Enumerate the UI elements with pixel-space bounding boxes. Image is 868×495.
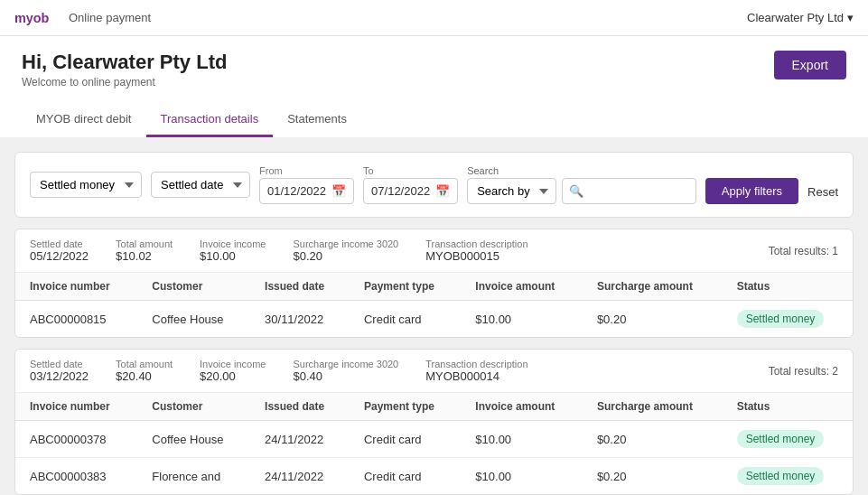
col-invoice-amount-2: Invoice amount: [461, 393, 583, 421]
invoice-income-value: $10.00: [200, 249, 266, 263]
col-invoice-number-2: Invoice number: [15, 393, 137, 421]
surcharge-amount: $0.20: [583, 458, 723, 495]
total-amount-label-2: Total amount: [116, 359, 173, 369]
search-group: Search Search by 🔍: [467, 165, 696, 204]
col-payment-type-2: Payment type: [350, 393, 461, 421]
apply-filters-button[interactable]: Apply filters: [705, 178, 798, 204]
company-selector[interactable]: Clearwater Pty Ltd ▾: [747, 11, 854, 24]
invoice-amount: $10.00: [461, 458, 583, 495]
to-date-label: To: [363, 165, 458, 176]
app-title: Online payment: [69, 11, 151, 24]
surcharge-amount: $0.20: [583, 421, 723, 458]
reset-link[interactable]: Reset: [807, 185, 838, 204]
company-name: Clearwater Pty Ltd: [747, 11, 844, 24]
surcharge-income-label: Surcharge income 3020: [293, 238, 398, 249]
surcharge-income-label-2: Surcharge income 3020: [293, 359, 398, 369]
invoice-income-label-2: Invoice income: [200, 359, 266, 369]
table-header-row: Invoice number Customer Issued date Paym…: [15, 273, 853, 301]
group-1-transaction-desc: Transaction description MYOB000015: [425, 238, 527, 263]
transaction-desc-value: MYOB000015: [425, 249, 527, 263]
table-row: ABC00000815 Coffee House 30/11/2022 Cred…: [15, 301, 853, 338]
col-surcharge-amount: Surcharge amount: [583, 273, 723, 301]
transaction-group-1: Settled date 05/12/2022 Total amount $10…: [14, 229, 854, 338]
settled-date-label: Settled date: [30, 238, 89, 249]
invoice-amount: $10.00: [461, 301, 583, 338]
surcharge-income-value-2: $0.40: [293, 369, 398, 383]
issued-date: 24/11/2022: [250, 458, 350, 495]
header-top: Hi, Clearwater Pty Ltd Welcome to online…: [22, 51, 846, 89]
payment-type: Credit card: [350, 301, 461, 338]
table-row: ABC00000383 Florence and 24/11/2022 Cred…: [15, 458, 853, 495]
col-customer: Customer: [137, 273, 250, 301]
filter-date-type-select[interactable]: Settled date: [151, 172, 250, 198]
group-1-total-results: Total results: 1: [769, 245, 838, 257]
to-date-group: To 07/12/2022 📅: [363, 165, 458, 204]
group-1-total-amount: Total amount $10.02: [116, 238, 173, 263]
tab-statements[interactable]: Statements: [273, 103, 361, 137]
invoice-income-label: Invoice income: [200, 238, 266, 249]
col-invoice-amount: Invoice amount: [461, 273, 583, 301]
group-2-settled-date: Settled date 03/12/2022: [30, 359, 89, 383]
chevron-down-icon: ▾: [847, 11, 854, 24]
from-date-group: From 01/12/2022 📅: [259, 165, 354, 204]
search-by-select[interactable]: Search by: [467, 178, 556, 204]
invoice-number: ABC00000815: [15, 301, 137, 338]
issued-date: 24/11/2022: [250, 421, 350, 458]
tab-myob-direct-debit[interactable]: MYOB direct debit: [22, 103, 146, 137]
status-cell: Settled money: [723, 301, 853, 338]
myob-logo: myob: [14, 9, 58, 27]
export-button[interactable]: Export: [774, 51, 846, 79]
from-date-input[interactable]: 01/12/2022 📅: [259, 178, 354, 204]
calendar-icon: 📅: [331, 184, 346, 198]
table-row: ABC00000378 Coffee House 24/11/2022 Cred…: [15, 421, 853, 458]
svg-text:myob: myob: [14, 10, 50, 24]
customer: Florence and: [137, 458, 250, 495]
payment-type: Credit card: [350, 458, 461, 495]
group-2-transaction-desc: Transaction description MYOB000014: [425, 359, 527, 383]
nav-left: myob Online payment: [14, 9, 151, 27]
col-status: Status: [723, 273, 853, 301]
col-issued-date: Issued date: [250, 273, 350, 301]
group-2-header: Settled date 03/12/2022 Total amount $20…: [15, 350, 853, 393]
top-navigation: myob Online payment Clearwater Pty Ltd ▾: [0, 0, 868, 36]
total-amount-label: Total amount: [116, 238, 173, 249]
main-content: Settled money Settled date From 01/12/20…: [0, 137, 868, 495]
tab-transaction-details[interactable]: Transaction details: [146, 103, 274, 137]
to-date-input[interactable]: 07/12/2022 📅: [363, 178, 458, 204]
group-1-header: Settled date 05/12/2022 Total amount $10…: [15, 229, 853, 273]
invoice-amount: $10.00: [461, 421, 583, 458]
col-status-2: Status: [723, 393, 853, 421]
filter-type-select[interactable]: Settled money: [30, 172, 142, 198]
surcharge-amount: $0.20: [583, 301, 723, 338]
page-sub-greeting: Welcome to online payment: [22, 76, 227, 89]
surcharge-income-value: $0.20: [293, 249, 398, 263]
group-2-surcharge-income: Surcharge income 3020 $0.40: [293, 359, 398, 383]
status-badge: Settled money: [737, 467, 825, 485]
group-2-total-amount: Total amount $20.40: [116, 359, 173, 383]
search-label: Search: [467, 165, 696, 176]
from-date-value: 01/12/2022: [267, 184, 326, 198]
invoice-income-value-2: $20.00: [200, 369, 266, 383]
page-greeting: Hi, Clearwater Pty Ltd: [22, 51, 227, 74]
group-2-total-results: Total results: 2: [769, 365, 838, 378]
from-date-label: From: [259, 165, 354, 176]
status-cell: Settled money: [723, 421, 853, 458]
group-2-table: Invoice number Customer Issued date Paym…: [15, 393, 853, 494]
invoice-number: ABC00000378: [15, 421, 137, 458]
payment-type: Credit card: [350, 421, 461, 458]
settled-date-label-2: Settled date: [30, 359, 89, 369]
calendar-icon-to: 📅: [435, 184, 450, 198]
customer: Coffee House: [137, 421, 250, 458]
settled-date-value: 05/12/2022: [30, 249, 89, 263]
col-issued-date-2: Issued date: [250, 393, 350, 421]
transaction-desc-label-2: Transaction description: [425, 359, 527, 369]
total-amount-value: $10.02: [116, 249, 173, 263]
tab-bar: MYOB direct debit Transaction details St…: [22, 103, 846, 137]
page-header: Hi, Clearwater Pty Ltd Welcome to online…: [0, 36, 868, 137]
group-1-settled-date: Settled date 05/12/2022: [30, 238, 89, 263]
group-1-invoice-income: Invoice income $10.00: [200, 238, 266, 263]
transaction-desc-value-2: MYOB000014: [425, 369, 527, 383]
status-cell: Settled money: [723, 458, 853, 495]
transaction-desc-label: Transaction description: [425, 238, 527, 249]
filter-bar: Settled money Settled date From 01/12/20…: [14, 152, 854, 218]
